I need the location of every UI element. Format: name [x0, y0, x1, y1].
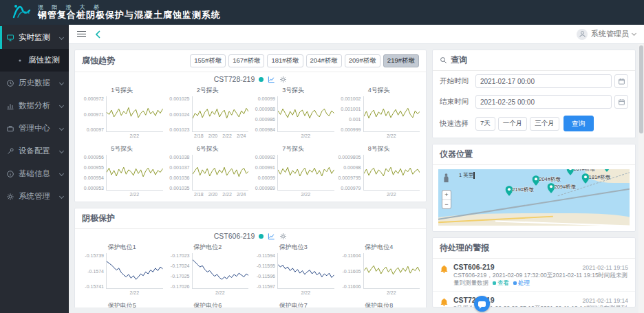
quick-7days-button[interactable]: 7天: [475, 117, 495, 131]
dot-icon: [15, 56, 24, 65]
chart-plot: [192, 253, 249, 289]
sidebar-item-data-analysis[interactable]: 数据分析: [0, 94, 69, 117]
user-icon: [577, 29, 588, 40]
pier-button-155#桥墩[interactable]: 155#桥墩: [190, 54, 226, 67]
end-time-label: 结束时间: [440, 97, 475, 107]
cathodic-card-header: 阴极保护: [75, 208, 426, 229]
mini-chart-保护电位3: 保护电位3-0.11594-0.11595-0.11596-0.115972/2…: [250, 241, 336, 296]
chart-plot: [277, 253, 334, 289]
sidebar-item-label: 系统管理: [19, 191, 60, 202]
mini-chart-1号探头: 1号探头0.0009720.0009710.000972/22: [79, 85, 165, 139]
chevron-down-icon: [59, 171, 64, 176]
sidebar-item-label: 数据分析: [19, 100, 60, 111]
pier-button-167#桥墩[interactable]: 167#桥墩: [228, 54, 264, 67]
mini-chart-title: 保护电位2: [167, 243, 249, 252]
sidebar-item-system-manage[interactable]: 系统管理: [0, 185, 69, 208]
mini-chart-2号探头: 2号探头0.0010250.0010240.0010232/182/202/22…: [165, 85, 251, 139]
gear-icon[interactable]: [279, 76, 287, 83]
x-axis-labels: 2/182/202/222/24: [192, 191, 249, 197]
sidebar-item-label: 管理中心: [19, 123, 60, 133]
map-pin-209#桥墩[interactable]: 209#桥墩: [548, 183, 555, 196]
mini-chart-7号探头: 7号探头0.0009920.0009910.000990.0009892/22: [250, 143, 336, 197]
alert-view-link[interactable]: 查看: [493, 279, 509, 286]
line-chart-icon[interactable]: [268, 76, 275, 83]
search-icon: [440, 56, 447, 64]
pier-button-204#桥墩[interactable]: 204#桥墩: [306, 54, 342, 67]
sidebar-item-label: 设备配置: [19, 146, 60, 156]
search-button[interactable]: 查询: [564, 116, 594, 131]
chat-icon: [478, 301, 486, 307]
calendar-icon[interactable]: [614, 74, 628, 88]
chat-fab-button[interactable]: [474, 296, 490, 312]
sidebar-item-basic-info[interactable]: 基础信息: [0, 162, 69, 185]
wrench-icon: [6, 147, 14, 155]
menu-toggle-icon[interactable]: [77, 31, 86, 38]
gear-icon[interactable]: [279, 233, 287, 240]
x-axis-labels: 2/22: [363, 132, 420, 139]
scrollbar-thumb[interactable]: [639, 45, 643, 133]
mini-chart-保护电位7: 保护电位7-0.20798-0.207985-0.207992/22: [250, 300, 336, 307]
y-axis-labels: -0.11594-0.11595-0.11596-0.11597: [253, 253, 277, 289]
cathodic-card-title: 阴极保护: [82, 213, 115, 224]
map-card-title: 仪器位置: [440, 149, 473, 160]
chart-plot: [192, 155, 249, 191]
line-chart-icon[interactable]: [268, 233, 275, 240]
sidebar-item-admin-center[interactable]: 管理中心: [0, 117, 69, 140]
alert-handle-link[interactable]: 处理: [513, 279, 530, 286]
chevron-down-icon: [59, 35, 64, 40]
zoom-in-button[interactable]: +: [442, 191, 451, 199]
alerts-list: CST606-2192021-02-11 19:15CST606-219，202…: [433, 259, 635, 307]
mini-chart-保护电位2: 保护电位2-0.17023-0.17024-0.17025-0.170262/2…: [165, 241, 251, 296]
app-root: 混 阳 澄 大 桥 钢管复合桩阴极保护与混凝土腐蚀监测系统 实时监测腐蚀监测历史…: [0, 0, 644, 313]
y-axis-labels: 0.0009720.0009710.00097: [81, 96, 106, 132]
start-time-input[interactable]: [475, 74, 612, 88]
zoom-out-button[interactable]: −: [442, 199, 451, 208]
quick-1month-button[interactable]: 一个月: [498, 117, 528, 131]
alert-description: CST606-219，2021-02-09 17:32:00至2021-02-1…: [453, 272, 628, 288]
user-menu[interactable]: 系统管理员: [577, 29, 636, 40]
end-time-input[interactable]: [475, 95, 612, 109]
chevron-down-icon: [59, 80, 64, 85]
pier-button-219#桥墩[interactable]: 219#桥墩: [383, 54, 419, 67]
top-toolbar: 系统管理员: [69, 25, 644, 44]
map-pin-167#桥墩[interactable]: 167#桥墩: [566, 169, 574, 178]
sidebar-item-label: 实时监测: [19, 32, 60, 43]
map-pin-181#桥墩[interactable]: 181#桥墩: [582, 173, 590, 186]
corrosion-card-title: 腐蚀趋势: [82, 55, 115, 67]
pier-button-181#桥墩[interactable]: 181#桥墩: [267, 54, 303, 67]
monitor-icon: [6, 33, 14, 42]
pier-button-209#桥墩[interactable]: 209#桥墩: [345, 54, 380, 67]
map-zoom-control: + −: [442, 190, 451, 209]
mini-chart-4号探头: 4号探头0.0010020.0010010.0010.0009992/22: [336, 85, 422, 139]
map-pin-219#桥墩[interactable]: 219#桥墩: [505, 186, 513, 199]
y-axis-labels: 0.000990.0009880.0009860.000984: [253, 96, 277, 132]
mini-chart-title: 保护电位7: [253, 301, 334, 307]
mini-chart-title: 保护电位5: [81, 301, 163, 307]
mini-chart-3号探头: 3号探头0.000990.0009880.0009860.0009842/22: [250, 85, 336, 139]
x-axis-labels: 2/22: [106, 132, 163, 139]
map-pin-label: 167#桥墩: [573, 169, 595, 173]
sidebar: 实时监测腐蚀监测历史数据数据分析管理中心设备配置基础信息系统管理: [0, 25, 69, 313]
sidebar-item-history-data[interactable]: 历史数据: [0, 72, 69, 94]
body-row: 实时监测腐蚀监测历史数据数据分析管理中心设备配置基础信息系统管理 系统管理员: [0, 25, 644, 313]
pegman-icon[interactable]: [443, 173, 449, 186]
info-icon: [6, 169, 14, 178]
calendar-icon[interactable]: [614, 95, 628, 109]
chart-plot: [192, 96, 249, 132]
vertical-scrollbar[interactable]: [638, 44, 644, 313]
y-axis-labels: -0.15739-0.1574-0.15741: [81, 253, 106, 289]
mini-chart-title: 保护电位1: [81, 243, 163, 252]
legend-dot-icon: [259, 77, 264, 82]
quick-3months-button[interactable]: 三个月: [530, 117, 559, 131]
right-column: 查询 开始时间 结束时间: [432, 50, 636, 307]
back-icon[interactable]: [94, 30, 103, 39]
quick-select-label: 快速选择: [440, 119, 475, 129]
mini-chart-保护电位1: 保护电位1-0.15739-0.1574-0.157412/22: [79, 241, 165, 296]
sidebar-item-device-config[interactable]: 设备配置: [0, 140, 69, 162]
alert-item: CST606-2192021-02-11 19:15CST606-219，202…: [433, 259, 635, 292]
sidebar-item-realtime-monitor[interactable]: 实时监测: [0, 26, 69, 49]
start-time-label: 开始时间: [440, 76, 475, 86]
mini-chart-保护电位6: 保护电位6-0.17427-0.174275-0.174282/22: [165, 300, 251, 307]
map[interactable]: 1 英里 + − 155#桥墩167#桥墩181#桥墩204#桥墩209#桥墩2…: [438, 169, 630, 226]
sidebar-item-corrosion-monitor[interactable]: 腐蚀监测: [0, 49, 69, 72]
